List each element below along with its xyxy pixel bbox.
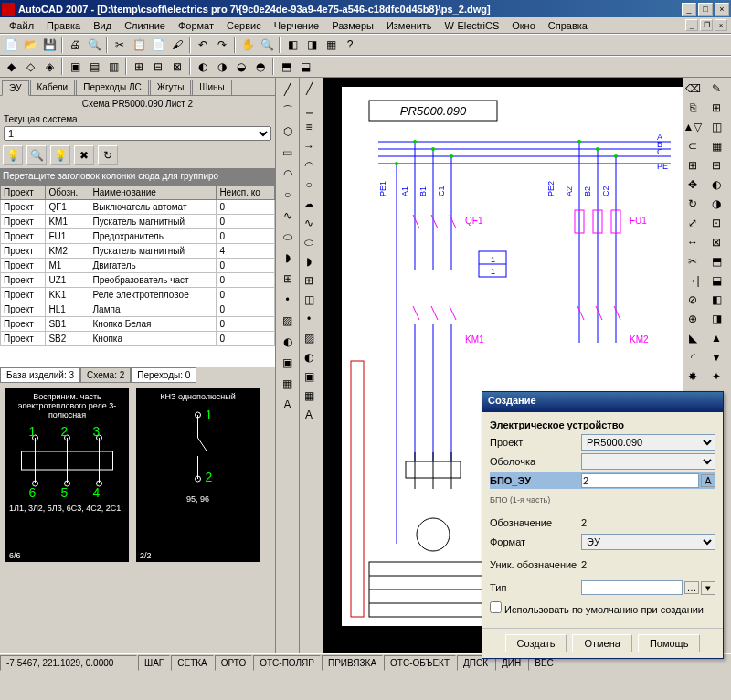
menu-dims[interactable]: Размеры: [326, 19, 379, 32]
menu-file[interactable]: Файл: [4, 19, 39, 32]
tab-transitions[interactable]: Переходы ЛС: [76, 80, 148, 95]
shell-select[interactable]: [581, 453, 715, 470]
arc-icon[interactable]: ◠: [278, 164, 298, 184]
tool-c-icon[interactable]: ▦: [322, 36, 340, 54]
revcloud-icon[interactable]: ☁: [300, 195, 318, 213]
doc-minimize[interactable]: _: [685, 19, 698, 31]
text-icon[interactable]: A: [278, 395, 298, 415]
bpo-picker[interactable]: A: [701, 474, 715, 487]
lp-bulb-search-icon[interactable]: 🔍: [26, 145, 47, 165]
rt-e[interactable]: ⊟: [707, 156, 726, 175]
ell2-icon[interactable]: ⬭: [300, 233, 318, 251]
cut-icon[interactable]: ✂: [111, 36, 129, 54]
bpo-input[interactable]: [581, 473, 699, 488]
point-icon[interactable]: •: [278, 290, 298, 310]
chamfer-icon[interactable]: ◣: [683, 329, 702, 347]
default-checkbox-label[interactable]: Использовать по умолчанию при создании: [490, 604, 704, 615]
copy2-icon[interactable]: ⎘: [683, 99, 702, 117]
rt-j[interactable]: ⬒: [707, 252, 726, 270]
hatch2-icon[interactable]: ▨: [300, 329, 318, 347]
grid-header[interactable]: Обозн.: [46, 186, 90, 200]
redo-icon[interactable]: ↷: [213, 36, 231, 54]
menu-view[interactable]: Вид: [88, 19, 117, 32]
tb2-j[interactable]: ◐: [194, 58, 212, 76]
block-icon[interactable]: ⊞: [278, 269, 298, 289]
cancel-button[interactable]: Отмена: [572, 634, 631, 652]
rt-l[interactable]: ◧: [707, 291, 726, 309]
table-row[interactable]: ПроектHL1Лампа0: [1, 302, 275, 317]
mkblock-icon[interactable]: ◫: [300, 291, 318, 309]
trim-icon[interactable]: ✂: [683, 252, 702, 270]
rotate-icon[interactable]: ↻: [683, 195, 702, 213]
tool-a-icon[interactable]: ◧: [283, 36, 302, 54]
offset-icon[interactable]: ⊂: [683, 137, 702, 155]
menu-service[interactable]: Сервис: [221, 19, 267, 32]
grad2-icon[interactable]: ◐: [300, 348, 318, 366]
tb2-e[interactable]: ▤: [85, 58, 103, 76]
rt-p[interactable]: ✦: [707, 367, 726, 386]
copy-icon[interactable]: 📋: [130, 36, 148, 54]
fillet-icon[interactable]: ◜: [683, 348, 702, 366]
circle-icon[interactable]: ○: [278, 185, 298, 205]
help-icon[interactable]: ?: [341, 36, 359, 54]
rt-g[interactable]: ◑: [707, 195, 726, 213]
menu-format[interactable]: Формат: [173, 19, 219, 32]
mline-icon[interactable]: ≡: [300, 118, 318, 136]
mode-ortho[interactable]: ОРТО: [215, 655, 252, 671]
preview-icon[interactable]: 🔍: [85, 36, 103, 54]
lp-bulb-inspect-icon[interactable]: 💡: [50, 145, 70, 165]
tb2-n[interactable]: ⬒: [277, 58, 295, 76]
create-button[interactable]: Создать: [505, 634, 567, 652]
break-icon[interactable]: ⊘: [683, 291, 702, 309]
tb2-a[interactable]: ◆: [2, 58, 20, 76]
region-icon[interactable]: ▣: [278, 353, 298, 373]
rt-d[interactable]: ▦: [707, 137, 726, 155]
explode-icon[interactable]: ✸: [683, 367, 702, 386]
rt-b[interactable]: ⊞: [707, 99, 726, 117]
minimize-button[interactable]: _: [682, 3, 696, 16]
mode-polar[interactable]: ОТС-ПОЛЯР: [253, 655, 321, 671]
mode-snap[interactable]: ШАГ: [138, 655, 170, 671]
maximize-button[interactable]: □: [698, 3, 713, 16]
preview-1[interactable]: Восприним. часть электротеплового реле 3…: [5, 388, 129, 562]
stretch-icon[interactable]: ↔: [683, 233, 702, 251]
table-row[interactable]: ПроектSB2Кнопка0: [1, 332, 275, 346]
project-select[interactable]: PR5000.090: [581, 434, 715, 451]
lp-refresh-icon[interactable]: ↻: [98, 145, 118, 165]
circ2-icon[interactable]: ○: [300, 175, 318, 194]
mode-osnap[interactable]: ПРИВЯЗКА: [322, 655, 383, 671]
rt-h[interactable]: ⊡: [707, 214, 726, 232]
zoom-icon[interactable]: 🔍: [258, 36, 276, 54]
print-icon[interactable]: 🖨: [66, 36, 84, 54]
hatch-icon[interactable]: ▨: [278, 311, 298, 331]
doc-restore[interactable]: ❐: [700, 19, 713, 31]
rt-i[interactable]: ⊠: [707, 233, 726, 251]
join-icon[interactable]: ⊕: [683, 310, 702, 328]
ray-icon[interactable]: →: [300, 137, 318, 155]
point2-icon[interactable]: •: [300, 310, 318, 328]
new-icon[interactable]: 📄: [2, 36, 20, 54]
undo-icon[interactable]: ↶: [194, 36, 212, 54]
tb2-h[interactable]: ⊟: [149, 58, 167, 76]
menu-draw[interactable]: Черчение: [269, 19, 325, 32]
match-icon[interactable]: 🖌: [168, 36, 186, 54]
type-browse[interactable]: …: [684, 581, 699, 594]
mtext-icon[interactable]: A: [300, 406, 318, 424]
rt-f[interactable]: ◐: [707, 175, 726, 194]
move-icon[interactable]: ✥: [683, 175, 702, 194]
grid-header[interactable]: Неисп. ко: [217, 186, 275, 200]
grid-header[interactable]: Наименование: [90, 186, 217, 200]
tb2-c[interactable]: ◈: [40, 58, 58, 76]
menu-merge[interactable]: Слияние: [119, 19, 171, 32]
type-input[interactable]: [581, 580, 683, 595]
lp-bulb-add-icon[interactable]: 💡: [3, 145, 23, 165]
scale-icon[interactable]: ⤢: [683, 214, 702, 232]
cline-icon[interactable]: ⎯: [300, 99, 318, 117]
table-row[interactable]: ПроектM1Двигатель0: [1, 259, 275, 273]
doc-close[interactable]: ×: [715, 19, 727, 31]
rt-a[interactable]: ✎: [707, 80, 726, 98]
table-row[interactable]: ПроектUZ1Преобразователь част0: [1, 273, 275, 288]
close-button[interactable]: ×: [715, 3, 729, 16]
tab-cables[interactable]: Кабели: [30, 80, 76, 95]
paste-icon[interactable]: 📄: [149, 36, 167, 54]
